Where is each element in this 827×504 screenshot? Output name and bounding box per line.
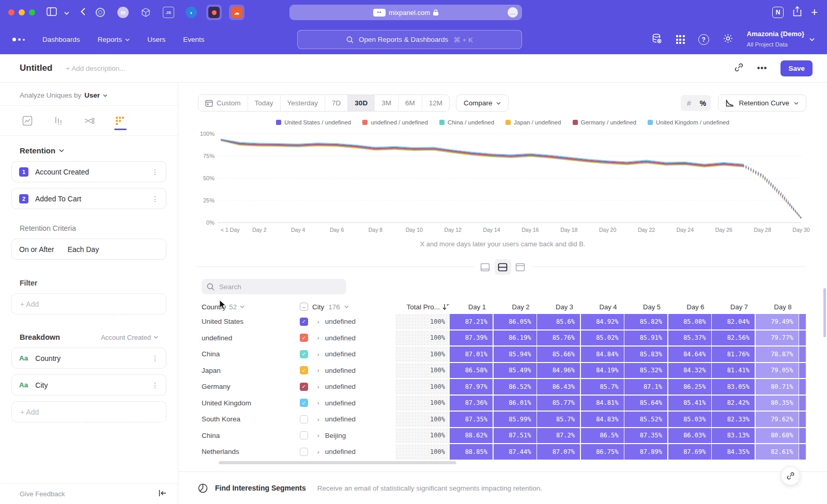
retention-cell[interactable]: 87.36% — [450, 396, 493, 411]
legend-item[interactable]: Germany / undefined — [573, 119, 636, 125]
retention-cell[interactable]: 87.89% — [624, 444, 667, 460]
retention-cell[interactable]: 85.08% — [668, 314, 711, 329]
horizontal-scrollbar[interactable] — [219, 461, 456, 464]
breakdown-scope-dropdown[interactable]: Account Created — [101, 334, 158, 341]
interesting-segments-title[interactable]: Find Interesting Segments — [215, 484, 306, 492]
kebab-menu-icon[interactable]: ⋮ — [151, 381, 159, 389]
retention-cell[interactable]: 86.75% — [581, 444, 624, 460]
retention-cell[interactable]: 87.51% — [494, 428, 537, 444]
tab-retention[interactable] — [110, 112, 131, 130]
retention-cell[interactable]: 86.05% — [494, 314, 537, 329]
day-column-header[interactable]: Day 1 — [450, 303, 493, 311]
country-cell[interactable]: South Korea — [202, 415, 300, 423]
expand-row-icon[interactable]: › — [317, 432, 319, 438]
country-cell[interactable]: United States — [202, 318, 300, 325]
retention-cell[interactable]: 87.2% — [537, 428, 580, 444]
retention-cell[interactable]: 87.35% — [450, 412, 493, 427]
retention-cell[interactable]: 79.77% — [756, 330, 799, 346]
tab-insights[interactable] — [17, 112, 38, 130]
legend-item[interactable]: Japan / undefined — [506, 119, 561, 125]
split-view-button[interactable] — [495, 259, 511, 275]
row-checkbox-checked[interactable]: ✓ — [300, 399, 308, 407]
expand-row-icon[interactable]: › — [317, 367, 319, 373]
apps-grid-icon[interactable] — [676, 35, 685, 44]
tab-flows[interactable] — [79, 112, 100, 130]
report-title[interactable]: Untitled — [20, 63, 52, 73]
nav-item-dashboards[interactable]: Dashboards — [42, 36, 80, 43]
retention-cell[interactable]: 87.1% — [624, 379, 667, 395]
row-checkbox[interactable] — [300, 431, 308, 439]
retention-cell[interactable]: 85.7% — [537, 412, 580, 427]
date-range-7d[interactable]: 7D — [325, 95, 348, 111]
m-app-icon[interactable]: m — [115, 5, 131, 20]
orange-app-icon[interactable]: ☁ — [229, 5, 244, 20]
retention-cell[interactable]: 85.37% — [668, 330, 711, 346]
country-cell[interactable]: China — [202, 350, 300, 358]
vertical-scrollbar[interactable] — [823, 288, 826, 337]
retention-cell[interactable]: 84.92% — [581, 314, 624, 329]
retention-cell[interactable]: 85.94% — [494, 346, 537, 362]
retention-cell[interactable]: 87.69% — [668, 444, 711, 460]
retention-cell[interactable]: 79.05% — [756, 363, 799, 379]
country-cell[interactable]: Germany — [202, 383, 300, 390]
retention-cell[interactable]: 80.35% — [756, 396, 799, 411]
collapse-sidebar-icon[interactable] — [159, 490, 166, 498]
expand-row-icon[interactable]: › — [317, 335, 319, 341]
city-cell[interactable]: Beijing — [325, 432, 346, 439]
retention-cell[interactable]: 85.02% — [581, 330, 624, 346]
tab-funnels[interactable] — [48, 112, 69, 130]
legend-item[interactable]: United States / undefined — [276, 119, 351, 125]
retention-cell[interactable]: 87.39% — [450, 330, 493, 346]
retention-cell[interactable]: 85.6% — [537, 314, 580, 329]
retention-cell[interactable]: 82.04% — [712, 314, 755, 329]
retention-cell[interactable]: 83.13% — [712, 428, 755, 444]
retention-cell[interactable]: 87.21% — [450, 314, 493, 329]
copy-link-icon[interactable] — [734, 62, 744, 74]
retention-cell[interactable]: 88.85% — [450, 444, 493, 460]
country-cell[interactable]: Japan — [202, 367, 300, 374]
nav-item-users[interactable]: Users — [147, 36, 165, 43]
retention-cell[interactable]: 86.5% — [581, 428, 624, 444]
retention-cell[interactable]: 85.76% — [537, 330, 580, 346]
date-range-12m[interactable]: 12M — [422, 95, 449, 111]
retention-cell[interactable]: 87.97% — [450, 379, 493, 395]
retention-cell[interactable]: 84.32% — [668, 363, 711, 379]
retention-cell[interactable]: 87.35% — [624, 428, 667, 444]
compare-button[interactable]: Compare — [456, 94, 509, 112]
day-column-header[interactable]: Day 6 — [668, 303, 711, 311]
country-cell[interactable]: undefined — [202, 334, 300, 342]
expand-row-icon[interactable]: › — [317, 319, 319, 325]
expand-row-icon[interactable]: › — [317, 416, 319, 422]
retention-cell[interactable]: 83.05% — [712, 379, 755, 395]
retention-cell[interactable]: 85.83% — [624, 346, 667, 362]
date-range-yesterday[interactable]: Yesterday — [281, 95, 326, 111]
retention-cell[interactable]: 85.03% — [668, 412, 711, 427]
analyze-value[interactable]: User — [84, 91, 100, 99]
add-filter-button[interactable]: + Add — [11, 293, 166, 314]
globe-app-icon[interactable]: ◗ — [183, 5, 199, 20]
open-reports-search[interactable]: Open Reports & Dashboards ⌘ + K — [297, 30, 522, 49]
retention-cell[interactable]: 86.43% — [537, 379, 580, 395]
expand-row-icon[interactable]: › — [317, 449, 319, 455]
retention-cell[interactable]: 85.49% — [494, 363, 537, 379]
retention-step-1[interactable]: 1 Account Created ⋮ — [11, 161, 166, 182]
kebab-menu-icon[interactable]: ⋮ — [151, 195, 159, 203]
city-cell[interactable]: undefined — [325, 415, 356, 423]
city-cell[interactable]: undefined — [325, 448, 356, 455]
retention-chart[interactable]: 0%25%50%75%100%< 1 DayDay 2Day 4Day 6Day… — [189, 129, 817, 248]
select-all-checkbox[interactable]: – — [300, 303, 308, 311]
retention-cell[interactable]: 85.66% — [537, 346, 580, 362]
retention-cell[interactable]: 78.87% — [756, 346, 799, 362]
row-checkbox-checked[interactable]: ✓ — [300, 334, 308, 342]
retention-cell[interactable]: 85.41% — [668, 396, 711, 411]
expand-row-icon[interactable]: › — [317, 400, 319, 406]
city-cell[interactable]: undefined — [325, 383, 356, 390]
breakdown-country[interactable]: Aa Country ⋮ — [11, 348, 166, 369]
retention-cell[interactable]: 85.7% — [581, 379, 624, 395]
cube-app-icon[interactable] — [138, 5, 154, 20]
mixpanel-app-icon[interactable] — [206, 5, 222, 20]
retention-cell[interactable]: 86.01% — [494, 396, 537, 411]
day-column-header[interactable]: Day 3 — [537, 303, 580, 311]
expand-row-icon[interactable]: › — [317, 351, 319, 357]
new-tab-icon[interactable]: + — [811, 6, 818, 19]
